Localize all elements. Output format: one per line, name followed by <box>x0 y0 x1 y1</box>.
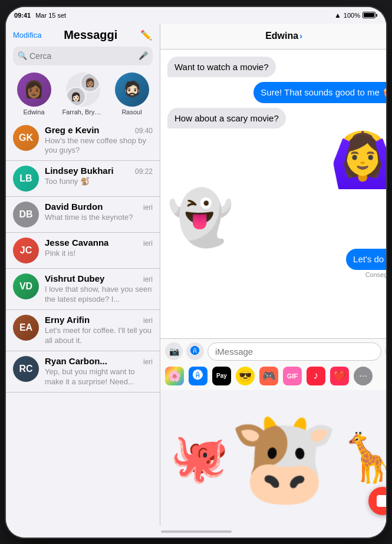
bubble-row-1: Want to watch a movie? <box>167 57 386 78</box>
msg-avatar-david: DB <box>13 202 39 228</box>
msg-avatar-jesse: JC <box>13 238 39 263</box>
bubble-row-2: Sure! That sounds good to me 🍿 <box>167 82 386 103</box>
msg-preview-jesse: Pink it is! <box>45 249 153 259</box>
chat-messages: Want to watch a movie? Sure! That sounds… <box>160 50 386 338</box>
giraffe-emoji: 🦒 <box>339 434 386 482</box>
msg-info-ryan: Ryan Carbon... ieri Yep, but you might w… <box>45 356 153 387</box>
msg-time-david: ieri <box>143 203 153 212</box>
more-icon: ··· <box>359 371 367 381</box>
applepay-icon: Pay <box>216 372 227 379</box>
avatar-wrap: 👩🏾 <box>17 72 51 107</box>
msg-item-greg-kevin[interactable]: GK Greg e Kevin 09:40 How's the new coff… <box>6 120 160 161</box>
msg-item-erny[interactable]: EA Erny Arifin ieri Let's meet for coffe… <box>6 310 160 351</box>
ghost-emoji: 👻 <box>167 191 233 244</box>
memoji-sticker-button[interactable]: 😎 <box>236 367 255 385</box>
msg-top-vishrut: Vishrut Dubey ieri <box>45 273 153 283</box>
msg-top-ryan: Ryan Carbon... ieri <box>45 356 153 366</box>
more-button[interactable]: ··· <box>354 367 373 385</box>
music-button[interactable]: ♪ <box>307 367 325 385</box>
msg-item-ryan[interactable]: RC Ryan Carbon... ieri Yep, but you migh… <box>6 351 160 393</box>
avatar-multi-farrah: 👩🏽 👩🏻 <box>66 72 100 107</box>
msg-name-greg: Greg e Kevin <box>45 125 100 135</box>
appstore-icon: 🅐 <box>190 346 200 357</box>
msg-item-jesse[interactable]: JC Jesse Cavanna ieri Pink it is! <box>6 233 160 269</box>
time: 09:41 <box>14 12 31 19</box>
msg-top-erny: Erny Arifin ieri <box>45 315 153 325</box>
msg-time-erny: ieri <box>143 316 153 325</box>
bubble-received-1: Want to watch a movie? <box>167 57 276 78</box>
msg-preview-erny: Let's meet for coffee. I'll tell you all… <box>45 326 153 346</box>
pinned-contact-farrah[interactable]: 👩🏽 👩🏻 Farrah, Brya... <box>62 72 104 116</box>
chat-contact-name[interactable]: Edwina › <box>265 31 302 41</box>
msg-avatar-erny: EA <box>13 315 39 341</box>
imessage-input[interactable] <box>207 342 381 361</box>
compose-button[interactable]: ✏️ <box>140 28 153 41</box>
memoji-icon: 😎 <box>239 370 252 383</box>
gif-button[interactable]: GIF <box>283 367 302 385</box>
applepay-button[interactable]: Pay <box>212 367 231 385</box>
wifi-icon: ▲ <box>334 11 341 19</box>
msg-name-david: David Burdon <box>45 202 103 212</box>
msg-avatar-greg: GK <box>13 125 39 151</box>
msg-name-lindsey: Lindsey Bukhari <box>45 166 114 176</box>
bubble-sent-1: Sure! That sounds good to me 🍿 <box>253 82 386 103</box>
message-list: GK Greg e Kevin 09:40 How's the new coff… <box>6 120 160 526</box>
msg-info-jesse: Jesse Cavanna ieri Pink it is! <box>45 238 153 259</box>
battery-icon <box>363 12 375 18</box>
heart-button[interactable]: ❤️ <box>330 367 349 385</box>
bubble-received-2: How about a scary movie? <box>167 108 286 129</box>
waveform-button[interactable]: 🎙️ <box>385 342 386 360</box>
photos-app-button[interactable]: 🌸 <box>165 367 184 385</box>
store-icon: 🅐 <box>193 370 203 382</box>
msg-time-ryan: ieri <box>143 358 153 366</box>
msg-item-vishrut[interactable]: VD Vishrut Dubey ieri I love that show, … <box>6 269 160 310</box>
pinned-contact-edwina[interactable]: 👩🏾 Edwina <box>14 72 55 116</box>
msg-item-lindsey[interactable]: LB Lindsey Bukhari 09:22 Too funny 🐒 <box>6 161 160 197</box>
compose-icon: ✏️ <box>140 29 152 41</box>
msg-top-david: David Burdon ieri <box>45 202 153 212</box>
record-inner <box>377 495 386 507</box>
msg-item-david[interactable]: DB David Burdon ieri What time is the ke… <box>6 197 160 233</box>
animoji-cow[interactable]: 🐮 <box>229 414 339 502</box>
msg-top-lindsey: Lindsey Bukhari 09:22 <box>45 166 153 176</box>
avatar-wrap-rasoul: 🧔🏻 <box>115 72 149 107</box>
chat-panel: Edwina › Want to watch a movie? Sure! Th… <box>160 24 386 526</box>
status-right: ▲ 100% <box>334 11 375 19</box>
msg-preview-david: What time is the keynote? <box>45 213 153 223</box>
bubble-status: Consegnato <box>365 271 386 278</box>
camera-button[interactable]: 📷 <box>165 342 183 360</box>
messages-title: Messaggi <box>64 28 117 42</box>
edit-button[interactable]: Modifica <box>13 31 41 39</box>
record-button[interactable] <box>368 487 386 515</box>
animoji-giraffe[interactable]: 🦒 <box>339 434 386 482</box>
search-bar[interactable]: 🔍 🎤 <box>13 47 153 65</box>
photos-icon: 🌸 <box>168 370 181 383</box>
animoji-octopus[interactable]: 🐙 <box>170 434 229 482</box>
appstore-button[interactable]: 🅐 <box>186 342 204 360</box>
chat-input-row: 📷 🅐 🎙️ <box>160 339 386 364</box>
msg-name-vishrut: Vishrut Dubey <box>45 273 104 283</box>
battery-percent: 100% <box>344 12 360 19</box>
octopus-emoji: 🐙 <box>170 434 229 482</box>
msg-name-jesse: Jesse Cavanna <box>45 238 108 248</box>
memoji-emoji: 🙆‍♀️ <box>330 133 386 186</box>
store-app-button[interactable]: 🅐 <box>189 367 207 385</box>
bubble-row-memoji: 🙆‍♀️ <box>167 133 386 186</box>
msg-preview-lindsey: Too funny 🐒 <box>45 177 153 187</box>
messages-panel: Modifica Messaggi ✏️ 🔍 🎤 👩🏾 Edwina <box>6 24 160 526</box>
chat-chevron-icon: › <box>299 31 302 41</box>
pinned-contact-rasoul[interactable]: 🧔🏻 Rasoul <box>111 72 153 116</box>
contact-name-farrah: Farrah, Brya... <box>62 108 104 116</box>
msg-time-lindsey: 09:22 <box>135 167 153 176</box>
sticker-button[interactable]: 🎮 <box>259 367 278 385</box>
animoji-panel: 🐙 🐮 🦒 <box>160 390 386 526</box>
pinned-contacts: 👩🏾 Edwina 👩🏽 👩🏻 Farrah, Brya... <box>6 70 160 120</box>
msg-info-david: David Burdon ieri What time is the keyno… <box>45 202 153 223</box>
messages-header: Modifica Messaggi ✏️ <box>6 24 160 47</box>
msg-preview-ryan: Yep, but you might want to make it a sur… <box>45 367 153 387</box>
msg-preview-greg: How's the new coffee shop by you guys? <box>45 136 153 156</box>
msg-time-jesse: ieri <box>143 239 153 248</box>
search-input[interactable] <box>29 51 136 61</box>
gif-icon: GIF <box>287 372 298 380</box>
msg-info-vishrut: Vishrut Dubey ieri I love that show, hav… <box>45 273 153 305</box>
